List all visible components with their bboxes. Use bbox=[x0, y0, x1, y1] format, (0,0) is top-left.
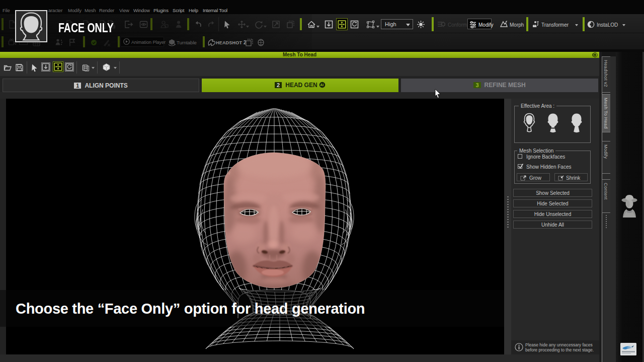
svg-text:AI: AI bbox=[320, 83, 324, 87]
